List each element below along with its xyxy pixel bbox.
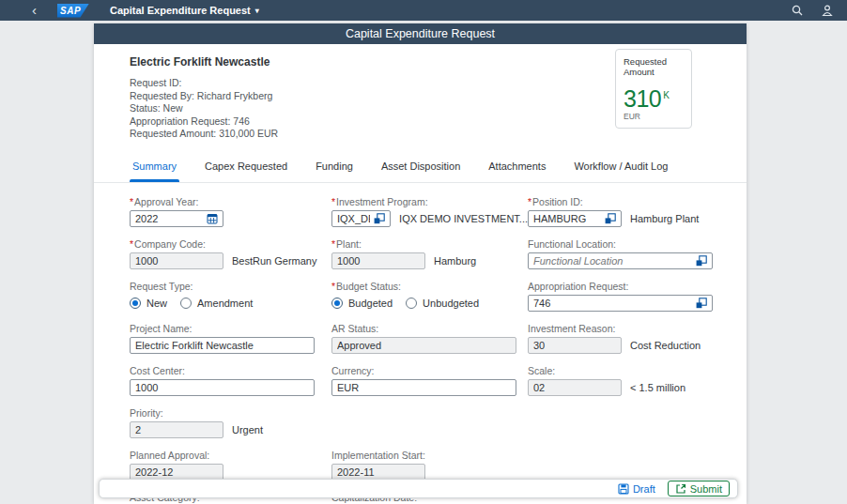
page-title: Capital Expenditure Request	[346, 27, 495, 40]
investment-reason-input	[533, 340, 616, 351]
request-type-radio-amendment[interactable]: Amendment	[180, 298, 253, 309]
object-header: Electric Forklift Newcastle Request ID: …	[94, 44, 747, 141]
submit-button[interactable]: Submit	[668, 481, 730, 496]
search-icon[interactable]	[791, 4, 804, 17]
value-help-icon[interactable]	[605, 213, 616, 224]
required-marker: *	[130, 238, 133, 250]
field-cost-center: Cost Center:	[130, 365, 331, 396]
field-planned-approval: Planned Approval:	[130, 450, 331, 481]
field-label: Functional Location:	[528, 238, 616, 250]
field-label: Scale:	[528, 365, 555, 376]
footer-toolbar: Draft Submit	[99, 479, 738, 498]
field-label: Currency:	[331, 365, 375, 376]
investment-program-input[interactable]	[337, 213, 370, 224]
field-project-name: Project Name:	[130, 323, 331, 354]
field-request-type: Request Type: New Amendment	[130, 281, 331, 312]
sap-logo-text: SAP	[60, 6, 81, 16]
draft-button[interactable]: Draft	[618, 483, 655, 495]
field-plant: *Plant: Hamburg	[331, 238, 528, 269]
company-code-input	[135, 255, 218, 267]
kpi-scale: K	[663, 90, 670, 100]
project-name-input[interactable]	[135, 340, 309, 351]
field-investment-reason: Investment Reason: Cost Reduction	[528, 323, 713, 354]
kpi-title: Requested Amount	[624, 56, 684, 77]
field-investment-program: *Investment Program: IQX DEMO INVESTMENT…	[331, 196, 528, 227]
field-label: Request Type:	[130, 281, 193, 292]
field-label: Appropriation Request:	[528, 281, 628, 292]
investment-reason-description: Cost Reduction	[630, 340, 701, 351]
field-label: Investment Program:	[336, 196, 427, 207]
field-ar-status: AR Status:	[331, 323, 528, 354]
scale-description: < 1.5 million	[630, 382, 685, 393]
kpi-unit: EUR	[624, 112, 684, 121]
back-icon[interactable]: ‹	[32, 3, 37, 17]
position-id-input[interactable]	[533, 213, 601, 224]
calendar-icon[interactable]	[207, 213, 218, 224]
field-label: Planned Approval:	[130, 450, 209, 461]
field-approval-year: *Approval Year:	[130, 196, 331, 227]
field-label: Budget Status:	[336, 281, 401, 292]
value-help-icon[interactable]	[696, 255, 707, 267]
planned-approval-input	[135, 466, 218, 478]
draft-button-label: Draft	[633, 483, 655, 495]
cost-center-input[interactable]	[135, 382, 309, 393]
budget-status-radio-budgeted[interactable]: Budgeted	[331, 298, 393, 309]
tab-bar: Summary Capex Requested Funding Asset Di…	[94, 159, 747, 183]
kpi-value: 310	[624, 85, 661, 112]
approval-year-input[interactable]	[135, 213, 203, 224]
submit-icon	[675, 483, 686, 495]
request-type-radio-new[interactable]: New	[130, 298, 167, 309]
tab-funding[interactable]: Funding	[301, 159, 367, 182]
summary-form: *Approval Year: *Investment Program:	[94, 183, 747, 504]
requested-amount-kpi-card[interactable]: Requested Amount 310K EUR	[615, 49, 692, 129]
field-scale: Scale: < 1.5 million	[528, 365, 713, 396]
position-id-description: Hamburg Plant	[630, 213, 699, 224]
scale-input	[533, 382, 616, 393]
tab-attachments[interactable]: Attachments	[474, 159, 560, 182]
appropriation-request-input[interactable]	[533, 298, 692, 309]
chevron-down-icon: ▾	[255, 7, 259, 15]
field-budget-status: *Budget Status: Budgeted Unbudgeted	[331, 281, 528, 312]
required-marker: *	[528, 196, 531, 207]
value-help-icon[interactable]	[374, 213, 385, 224]
app-title-menu[interactable]: Capital Expenditure Request ▾	[110, 5, 259, 16]
required-marker: *	[331, 238, 335, 250]
attr-requested-amount: Requested Amount: 310,000 EUR	[130, 128, 711, 141]
field-functional-location: Functional Location:	[528, 238, 713, 269]
shell-bar: ‹ SAP Capital Expenditure Request ▾	[0, 0, 847, 21]
submit-button-label: Submit	[690, 483, 722, 495]
field-appropriation-request: Appropriation Request:	[528, 281, 713, 312]
required-marker: *	[331, 281, 335, 292]
functional-location-input[interactable]	[533, 255, 692, 267]
tab-capex-requested[interactable]: Capex Requested	[191, 159, 301, 182]
radio-icon	[331, 298, 343, 309]
priority-description: Urgent	[232, 424, 263, 435]
plant-description: Hamburg	[434, 255, 476, 267]
value-help-icon[interactable]	[696, 298, 707, 309]
content-area: Capital Expenditure Request Electric For…	[94, 23, 747, 504]
tab-asset-disposition[interactable]: Asset Disposition	[367, 159, 474, 182]
field-label: Priority:	[130, 407, 163, 419]
field-label: Approval Year:	[134, 196, 198, 207]
field-label: Investment Reason:	[528, 323, 615, 334]
plant-input	[337, 255, 420, 267]
field-priority: Priority: Urgent	[130, 407, 713, 438]
investment-program-description: IQX DEMO INVESTMENT...	[399, 213, 528, 224]
implementation-start-input	[337, 466, 420, 478]
field-position-id: *Position ID: Hamburg Plant	[528, 196, 713, 227]
field-label: Position ID:	[532, 196, 583, 207]
ar-status-input	[337, 340, 511, 351]
field-currency: Currency:	[331, 365, 528, 396]
field-company-code: *Company Code: BestRun Germany	[130, 238, 331, 269]
field-label: Cost Center:	[130, 365, 185, 376]
field-label: Project Name:	[130, 323, 192, 334]
currency-input[interactable]	[337, 382, 511, 393]
app-title-label: Capital Expenditure Request	[110, 5, 251, 16]
save-icon	[618, 483, 629, 495]
field-label: Plant:	[336, 238, 362, 250]
tab-summary[interactable]: Summary	[118, 159, 191, 182]
budget-status-radio-unbudgeted[interactable]: Unbudgeted	[406, 298, 479, 309]
user-profile-icon[interactable]	[821, 4, 834, 17]
sap-logo[interactable]: SAP	[57, 4, 89, 18]
tab-workflow-audit-log[interactable]: Workflow / Audit Log	[560, 159, 682, 182]
